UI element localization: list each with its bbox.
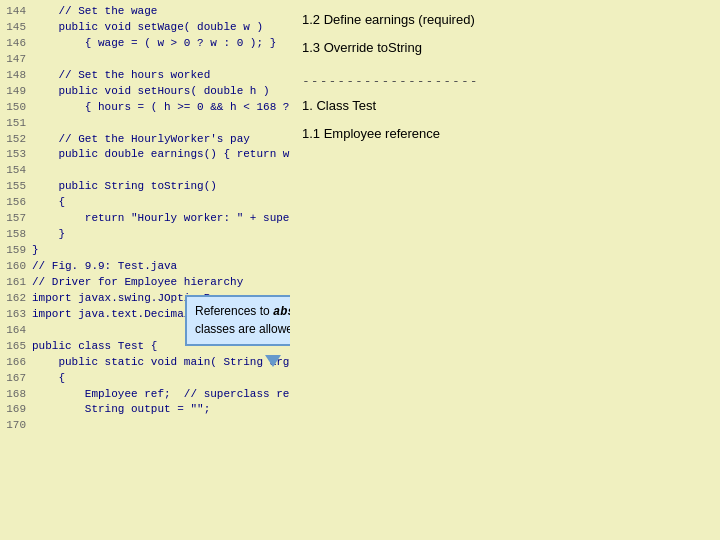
line-code: // Get the HourlyWorker's pay xyxy=(32,132,290,148)
line-number: 158 xyxy=(0,227,32,243)
section-employee-ref: 1.1 Employee reference xyxy=(302,124,708,144)
line-code: public static void main( String args[] ) xyxy=(32,355,290,371)
line-code: // Set the wage xyxy=(32,4,290,20)
section3-mono: Test xyxy=(352,98,376,113)
table-row: 151 xyxy=(0,116,290,132)
line-number: 159 xyxy=(0,243,32,259)
line-number: 166 xyxy=(0,355,32,371)
table-row: 146 { wage = ( w > 0 ? w : 0 ); } xyxy=(0,36,290,52)
table-row: 168 Employee ref; // superclass referenc… xyxy=(0,387,290,403)
tooltip-text-before: References to xyxy=(195,304,273,318)
section2-label: 1.3 Override xyxy=(302,40,377,55)
line-number: 167 xyxy=(0,371,32,387)
table-row: 150 { hours = ( h >= 0 && h < 168 ? h : … xyxy=(0,100,290,116)
table-row: 159} xyxy=(0,243,290,259)
line-number: 150 xyxy=(0,100,32,116)
table-row: 158 } xyxy=(0,227,290,243)
table-row: 170 xyxy=(0,418,290,434)
dashes: -------------------- xyxy=(302,73,708,88)
line-number: 144 xyxy=(0,4,32,20)
line-code: { hours = ( h >= 0 && h < 168 ? h : 0 );… xyxy=(32,100,290,116)
line-code: public double earnings() { return wage *… xyxy=(32,147,290,163)
table-row: 154 xyxy=(0,163,290,179)
line-number: 149 xyxy=(0,84,32,100)
line-number: 169 xyxy=(0,402,32,418)
section1-mono: earnings xyxy=(365,12,415,27)
tooltip-text-after: classes are allowed. xyxy=(195,322,290,336)
table-row: 155 public String toString() xyxy=(0,179,290,195)
line-code: Employee ref; // superclass reference xyxy=(32,387,290,403)
line-number: 157 xyxy=(0,211,32,227)
line-code: { xyxy=(32,371,290,387)
line-code: // Set the hours worked xyxy=(32,68,290,84)
table-row: 156 { xyxy=(0,195,290,211)
line-number: 162 xyxy=(0,291,32,307)
table-row: 145 public void setWage( double w ) xyxy=(0,20,290,36)
section1-suffix: (required) xyxy=(415,12,475,27)
table-row: 160// Fig. 9.9: Test.java xyxy=(0,259,290,275)
section4-label: 1.1 Employee xyxy=(302,126,382,141)
section3-label: 1. Class xyxy=(302,98,352,113)
section-test-class: 1. Class Test xyxy=(302,96,708,116)
line-number: 151 xyxy=(0,116,32,132)
tooltip-box: References to abstract classes are allow… xyxy=(185,295,290,346)
table-row: 153 public double earnings() { return wa… xyxy=(0,147,290,163)
line-code: public void setWage( double w ) xyxy=(32,20,290,36)
code-panel: 144 // Set the wage145 public void setWa… xyxy=(0,0,290,540)
line-code: { xyxy=(32,195,290,211)
line-code: public void setHours( double h ) xyxy=(32,84,290,100)
table-row: 169 String output = ""; xyxy=(0,402,290,418)
section4-suffix: reference xyxy=(382,126,441,141)
line-number: 164 xyxy=(0,323,32,339)
line-code: String output = ""; xyxy=(32,402,290,418)
table-row: 144 // Set the wage xyxy=(0,4,290,20)
section1-label: 1.2 Define xyxy=(302,12,365,27)
table-row: 148 // Set the hours worked xyxy=(0,68,290,84)
line-number: 154 xyxy=(0,163,32,179)
line-code: } xyxy=(32,243,290,259)
line-code: { wage = ( w > 0 ? w : 0 ); } xyxy=(32,36,290,52)
line-number: 152 xyxy=(0,132,32,148)
tooltip-abstract-keyword: abstract xyxy=(273,305,290,319)
table-row: 167 { xyxy=(0,371,290,387)
tooltip-arrow xyxy=(265,355,281,367)
line-number: 163 xyxy=(0,307,32,323)
line-number: 148 xyxy=(0,68,32,84)
line-number: 147 xyxy=(0,52,32,68)
line-code: // Fig. 9.9: Test.java xyxy=(32,259,290,275)
line-number: 168 xyxy=(0,387,32,403)
table-row: 161// Driver for Employee hierarchy xyxy=(0,275,290,291)
section2-mono: toString xyxy=(377,40,422,55)
table-row: 166 public static void main( String args… xyxy=(0,355,290,371)
table-row: 152 // Get the HourlyWorker's pay xyxy=(0,132,290,148)
line-code: return "Hourly worker: " + super.toStrin… xyxy=(32,211,290,227)
right-panel: 1.2 Define earnings (required) 1.3 Overr… xyxy=(290,0,720,540)
table-row: 147 xyxy=(0,52,290,68)
line-number: 160 xyxy=(0,259,32,275)
line-number: 146 xyxy=(0,36,32,52)
line-number: 153 xyxy=(0,147,32,163)
line-code: public String toString() xyxy=(32,179,290,195)
table-row: 149 public void setHours( double h ) xyxy=(0,84,290,100)
section-tostring: 1.3 Override toString xyxy=(302,38,708,58)
section-earnings: 1.2 Define earnings (required) xyxy=(302,10,708,30)
line-number: 145 xyxy=(0,20,32,36)
table-row: 157 return "Hourly worker: " + super.toS… xyxy=(0,211,290,227)
line-number: 155 xyxy=(0,179,32,195)
line-number: 156 xyxy=(0,195,32,211)
line-code: } xyxy=(32,227,290,243)
line-code: // Driver for Employee hierarchy xyxy=(32,275,290,291)
code-lines: 144 // Set the wage145 public void setWa… xyxy=(0,4,290,434)
line-number: 161 xyxy=(0,275,32,291)
line-number: 170 xyxy=(0,418,32,434)
line-number: 165 xyxy=(0,339,32,355)
